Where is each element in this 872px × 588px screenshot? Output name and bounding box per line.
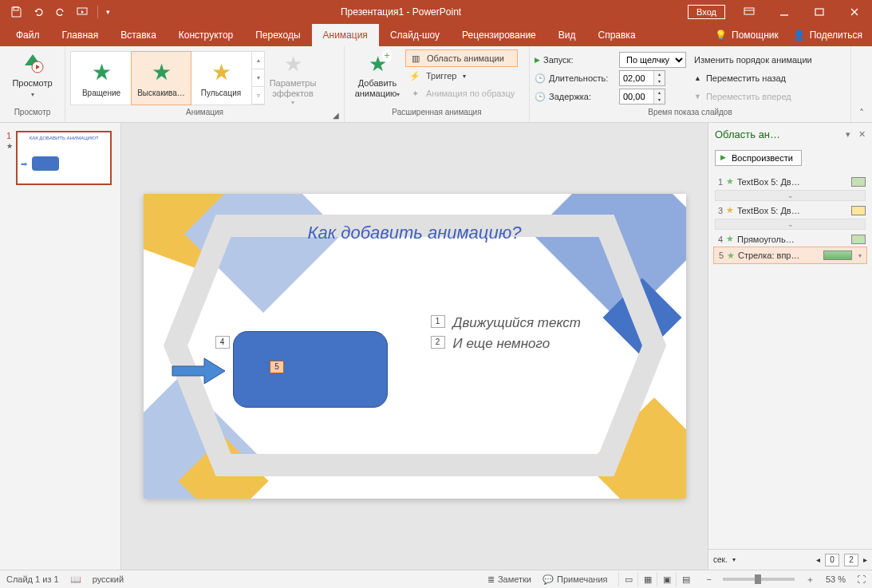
tab-review[interactable]: Рецензирование <box>451 24 547 46</box>
thumbnail-pane[interactable]: 1 ★ КАК ДОБАВИТЬ АНИМАЦИЮ? ➡ <box>0 123 121 570</box>
move-back-button[interactable]: ▲Переместить назад <box>694 69 812 87</box>
tab-file[interactable]: Файл <box>5 24 51 46</box>
add-animation-button[interactable]: ★＋ Добавить анимацию▾ <box>349 48 405 100</box>
delay-label: Задержка: <box>549 92 591 101</box>
star-icon: ★ <box>92 59 112 85</box>
save-icon[interactable] <box>5 0 27 24</box>
close-icon[interactable] <box>837 0 872 24</box>
animation-gallery[interactable]: ★ Вращение ★ Выскакива… ★ Пульсация ▴▾▿ <box>70 51 265 105</box>
animation-list-item[interactable]: 1★ TextBox 5: Дв… <box>713 172 867 190</box>
tab-animation[interactable]: Анимация <box>312 24 379 46</box>
zoom-out-icon[interactable]: − <box>706 574 711 584</box>
duration-spin[interactable]: ▴▾ <box>619 70 665 86</box>
reorder-label: Изменить порядок анимации <box>694 55 812 65</box>
dialog-launcher-icon[interactable]: ◢ <box>331 111 341 120</box>
tab-slideshow[interactable]: Слайд-шоу <box>379 24 451 46</box>
animation-tag-4[interactable]: 4 <box>215 336 230 349</box>
timeline-next-icon[interactable]: ▸ <box>863 555 867 564</box>
animation-pane-title: Область ан… <box>715 128 780 140</box>
expand-chevron-icon[interactable]: ⌄ <box>715 219 866 230</box>
zoom-level[interactable]: 53 % <box>826 574 846 584</box>
comments-button[interactable]: 💬Примечания <box>543 574 608 585</box>
slide-canvas[interactable]: Как добавить анимацию? 1 Движущийся текс… <box>121 123 708 570</box>
star-plus-icon: ★＋ <box>365 51 390 77</box>
slide[interactable]: Как добавить анимацию? 1 Движущийся текс… <box>144 194 686 499</box>
delay-spin[interactable]: ▴▾ <box>619 89 665 105</box>
star-icon: ★ <box>726 205 734 215</box>
undo-icon[interactable] <box>27 0 49 24</box>
reading-view-icon[interactable]: ▣ <box>657 572 676 586</box>
share-button[interactable]: 👤Поделиться <box>793 30 862 41</box>
animation-tag-5[interactable]: 5 <box>270 361 284 373</box>
tab-design[interactable]: Конструктор <box>168 24 244 46</box>
notes-button[interactable]: ≣Заметки <box>487 574 531 585</box>
down-icon: ▼ <box>694 93 701 101</box>
arrow-shape[interactable] <box>171 357 227 385</box>
animation-list[interactable]: 1★ TextBox 5: Дв… ⌄ 3★ TextBox 5: Дв… ⌄ … <box>708 172 872 263</box>
spellcheck-icon[interactable]: 📖 <box>70 574 81 585</box>
effect-options-button: ★ Параметры эффектов ▾ <box>265 48 321 106</box>
tellme-button[interactable]: 💡Помощник <box>715 30 779 41</box>
start-label: Запуск: <box>543 55 573 65</box>
animation-pane-button[interactable]: ▥Область анимации <box>405 49 518 67</box>
star-icon: ★ <box>280 51 306 77</box>
slideshow-view-icon[interactable]: ▤ <box>676 572 695 586</box>
star-icon: ★ <box>152 59 172 85</box>
animation-tag-1[interactable]: 1 <box>431 315 445 328</box>
maximize-icon[interactable] <box>802 0 837 24</box>
tab-home[interactable]: Главная <box>51 24 110 46</box>
clock-icon: 🕒 <box>535 73 546 84</box>
gallery-scroll[interactable]: ▴▾▿ <box>251 52 264 105</box>
fit-window-icon[interactable]: ⛶ <box>857 574 866 584</box>
bolt-icon: ⚡ <box>408 69 421 82</box>
rounded-rectangle-shape[interactable] <box>233 331 388 408</box>
preview-play-icon <box>20 51 45 77</box>
normal-view-icon[interactable]: ▭ <box>618 572 637 586</box>
gallery-item-pulse[interactable]: ★ Пульсация <box>191 52 251 105</box>
titlebar: ▾ Презентация1 - PowerPoint Вход <box>0 0 872 24</box>
qat-customize-icon[interactable]: ▾ <box>101 0 114 24</box>
minimize-icon[interactable] <box>767 0 802 24</box>
animation-tag-2[interactable]: 2 <box>431 336 445 349</box>
gallery-item-bounce[interactable]: ★ Выскакива… <box>131 51 191 105</box>
animation-list-item[interactable]: 4★ Прямоуголь… <box>713 230 867 247</box>
pane-options-icon[interactable]: ▾ <box>846 129 850 140</box>
trigger-button[interactable]: ⚡Триггер▾ <box>405 67 518 85</box>
comment-icon: 💬 <box>543 574 554 585</box>
animation-pane-footer: сек.▾ ◂ 0 2 ▸ <box>708 549 872 570</box>
slide-thumbnail[interactable]: КАК ДОБАВИТЬ АНИМАЦИЮ? ➡ <box>16 131 112 185</box>
language-label[interactable]: русский <box>93 574 124 584</box>
expand-chevron-icon[interactable]: ⌄ <box>715 190 866 201</box>
zoom-slider[interactable] <box>723 578 795 581</box>
animation-list-item[interactable]: 5★ Стрелка: впр…▾ <box>713 247 867 264</box>
play-all-button[interactable]: Воспроизвести <box>715 150 802 166</box>
clock-icon: 🕒 <box>535 92 546 102</box>
sorter-view-icon[interactable]: ▦ <box>637 572 657 586</box>
ribbon-display-icon[interactable] <box>732 0 767 24</box>
tab-view[interactable]: Вид <box>547 24 587 46</box>
tab-insert[interactable]: Вставка <box>109 24 168 46</box>
dropdown-icon[interactable]: ▾ <box>855 252 865 259</box>
animation-list-item[interactable]: 3★ TextBox 5: Дв… <box>713 201 867 219</box>
group-advanced-label: Расширенная анимация <box>345 108 529 122</box>
start-select[interactable]: По щелчку <box>619 52 686 68</box>
preview-button[interactable]: Просмотр▾ <box>5 48 60 100</box>
slide-title[interactable]: Как добавить анимацию? <box>144 223 686 243</box>
redo-icon[interactable] <box>49 0 72 24</box>
painter-icon: ✦ <box>408 87 421 100</box>
ribbon: Просмотр▾ Просмотр ★ Вращение ★ Выскакив… <box>0 46 872 123</box>
star-icon: ★ <box>726 234 734 244</box>
star-icon: ★ <box>211 59 231 85</box>
gallery-item-rotate[interactable]: ★ Вращение <box>71 52 132 105</box>
zoom-in-icon[interactable]: ＋ <box>806 574 815 586</box>
slide-text-2[interactable]: И еще немного <box>453 336 550 352</box>
slide-text-1[interactable]: Движущийся текст <box>453 315 581 331</box>
tab-transitions[interactable]: Переходы <box>244 24 311 46</box>
login-button[interactable]: Вход <box>688 5 725 19</box>
collapse-ribbon-icon[interactable]: ˄ <box>851 46 872 122</box>
tab-help[interactable]: Справка <box>586 24 646 46</box>
startfrom-icon[interactable] <box>72 0 94 24</box>
pane-close-icon[interactable]: ✕ <box>858 129 866 140</box>
timeline-prev-icon[interactable]: ◂ <box>816 555 820 564</box>
status-bar: Слайд 1 из 1 📖 русский ≣Заметки 💬Примеча… <box>0 570 872 588</box>
